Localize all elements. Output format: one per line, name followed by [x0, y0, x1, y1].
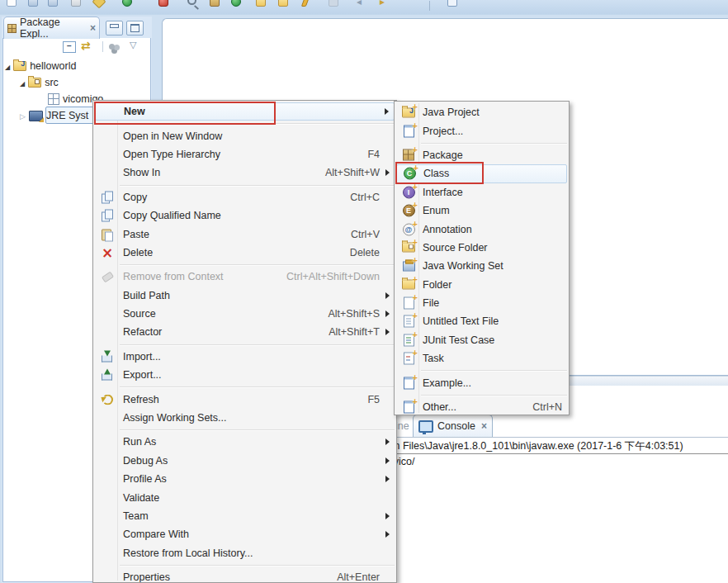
- search-icon[interactable]: [187, 0, 200, 8]
- expanded-arrow-icon[interactable]: [5, 60, 10, 72]
- link-with-editor-icon[interactable]: ⇄: [81, 39, 91, 52]
- menu-item-build-path[interactable]: Build Path: [95, 287, 395, 305]
- tree-item-src[interactable]: src: [20, 75, 59, 90]
- new-wizard-icon[interactable]: [5, 0, 18, 8]
- minimize-view-button[interactable]: [106, 21, 123, 36]
- close-icon[interactable]: ×: [481, 420, 487, 432]
- submenu-arrow-icon: [380, 329, 390, 335]
- faded-tool-icon[interactable]: [327, 0, 340, 8]
- new-enum-icon: [401, 204, 416, 218]
- main-toolbar: [0, 0, 728, 15]
- menu-item-delete[interactable]: Delete Delete: [95, 244, 395, 262]
- menu-item-enum[interactable]: Enum: [396, 201, 567, 220]
- menu-item-export[interactable]: Export...: [95, 366, 395, 384]
- maximize-view-button[interactable]: [126, 21, 144, 36]
- menu-item-java-working-set[interactable]: Java Working Set: [396, 257, 567, 275]
- new-example-icon: [401, 376, 416, 390]
- run-external-icon[interactable]: [299, 0, 312, 8]
- new-source-folder-icon: [401, 240, 416, 254]
- copy-icon: [100, 190, 115, 204]
- paste-icon: [100, 227, 115, 241]
- print-icon[interactable]: [69, 0, 83, 8]
- new-submenu: Java Project Project... Package Class In…: [394, 101, 570, 415]
- console-output-line: ivico/: [391, 456, 728, 467]
- menu-item-junit-test-case[interactable]: JUnit Test Case: [396, 331, 567, 349]
- context-menu: New Open in New Window Open Type Hierarc…: [92, 100, 397, 583]
- menu-item-file[interactable]: File: [396, 294, 567, 312]
- menu-item-open-type-hierarchy[interactable]: Open Type Hierarchy F4: [95, 145, 395, 164]
- menu-item-annotation[interactable]: Annotation: [396, 220, 567, 238]
- submenu-arrow-icon: [380, 457, 390, 464]
- menu-item-source-folder[interactable]: Source Folder: [396, 239, 567, 257]
- menu-item-debug-as[interactable]: Debug As: [95, 452, 395, 470]
- menu-item-team[interactable]: Team: [95, 507, 395, 525]
- tab-console[interactable]: Console ×: [413, 415, 493, 437]
- export-icon: [100, 368, 115, 382]
- save-icon[interactable]: [26, 0, 40, 8]
- menu-item-untitled-text-file[interactable]: Untitled Text File: [396, 312, 567, 330]
- menu-item-source[interactable]: Source Alt+Shift+S: [95, 305, 395, 323]
- menu-item-restore-from-local-history[interactable]: Restore from Local History...: [95, 544, 395, 562]
- submenu-arrow-icon: [380, 438, 390, 445]
- tree-item-project[interactable]: helloworld: [5, 59, 76, 73]
- jre-library-icon: [29, 111, 43, 121]
- import-icon: [100, 349, 115, 363]
- new-working-set-icon: [401, 259, 416, 273]
- menu-item-copy[interactable]: Copy Ctrl+C: [95, 188, 395, 206]
- menu-item-paste[interactable]: Paste Ctrl+V: [95, 225, 395, 243]
- remove-context-icon: [100, 270, 115, 284]
- save-all-icon[interactable]: [46, 0, 59, 8]
- focus-task-icon[interactable]: [109, 44, 115, 50]
- menu-item-other[interactable]: Other... Ctrl+N: [396, 398, 567, 415]
- menu-separator: [120, 565, 395, 566]
- menu-separator: [120, 386, 395, 388]
- forward-icon[interactable]: [378, 0, 391, 8]
- menu-item-copy-qualified-name[interactable]: Copy Qualified Name: [95, 206, 395, 225]
- annotation-box-new: [94, 102, 276, 125]
- submenu-arrow-icon: [379, 108, 389, 115]
- menu-item-example[interactable]: Example...: [396, 373, 567, 391]
- menu-item-compare-with[interactable]: Compare With: [95, 525, 395, 543]
- editor-window-icon[interactable]: [446, 0, 459, 8]
- menu-item-refactor[interactable]: Refactor Alt+Shift+T: [95, 323, 395, 341]
- new-project-icon: [401, 124, 416, 138]
- submenu-arrow-icon: [380, 292, 390, 299]
- menu-item-task[interactable]: Task: [396, 349, 567, 367]
- menu-item-interface[interactable]: Interface: [396, 183, 567, 201]
- package-explorer-icon: [7, 24, 17, 33]
- close-icon[interactable]: ×: [90, 22, 96, 34]
- menu-item-java-project[interactable]: Java Project: [396, 103, 567, 121]
- open-resource-icon[interactable]: [277, 0, 290, 8]
- expanded-arrow-icon[interactable]: [20, 77, 25, 88]
- back-icon[interactable]: [355, 0, 368, 8]
- partial-view-tab[interactable]: ine: [395, 420, 409, 432]
- menu-item-assign-working-sets[interactable]: Assign Working Sets...: [95, 409, 395, 427]
- resume-icon[interactable]: [229, 0, 243, 8]
- submenu-arrow-icon: [380, 513, 390, 519]
- tree-item-jre[interactable]: JRE Syst: [20, 108, 88, 123]
- menu-item-folder[interactable]: Folder: [396, 276, 567, 294]
- new-junit-icon: [401, 333, 416, 347]
- menu-item-project[interactable]: Project...: [396, 121, 567, 140]
- tab-package-explorer[interactable]: Package Expl... ×: [3, 17, 100, 39]
- collapse-all-icon[interactable]: −: [63, 41, 76, 53]
- open-type-icon[interactable]: [254, 0, 267, 8]
- console-icon: [418, 420, 433, 433]
- menu-item-remove-from-context[interactable]: Remove from Context Ctrl+Alt+Shift+Down: [95, 268, 395, 286]
- view-menu-icon[interactable]: ▽: [130, 40, 136, 50]
- new-java-project-icon[interactable]: [92, 0, 106, 8]
- menu-separator: [421, 143, 567, 145]
- terminate-icon[interactable]: [157, 0, 170, 8]
- collapsed-arrow-icon[interactable]: [20, 110, 26, 121]
- menu-item-profile-as[interactable]: Profile As: [95, 470, 395, 488]
- menu-item-properties[interactable]: Properties Alt+Enter: [95, 568, 395, 583]
- menu-item-run-as[interactable]: Run As: [95, 433, 395, 451]
- run-icon[interactable]: [121, 0, 134, 8]
- menu-item-validate[interactable]: Validate: [95, 488, 395, 506]
- tree-label: src: [45, 77, 59, 88]
- new-package-icon[interactable]: [208, 0, 221, 8]
- menu-item-refresh[interactable]: Refresh F5: [95, 390, 395, 408]
- menu-item-import[interactable]: Import...: [95, 348, 395, 366]
- menu-item-show-in[interactable]: Show In Alt+Shift+W: [95, 164, 395, 182]
- menu-item-open-in-new-window[interactable]: Open in New Window: [95, 126, 395, 145]
